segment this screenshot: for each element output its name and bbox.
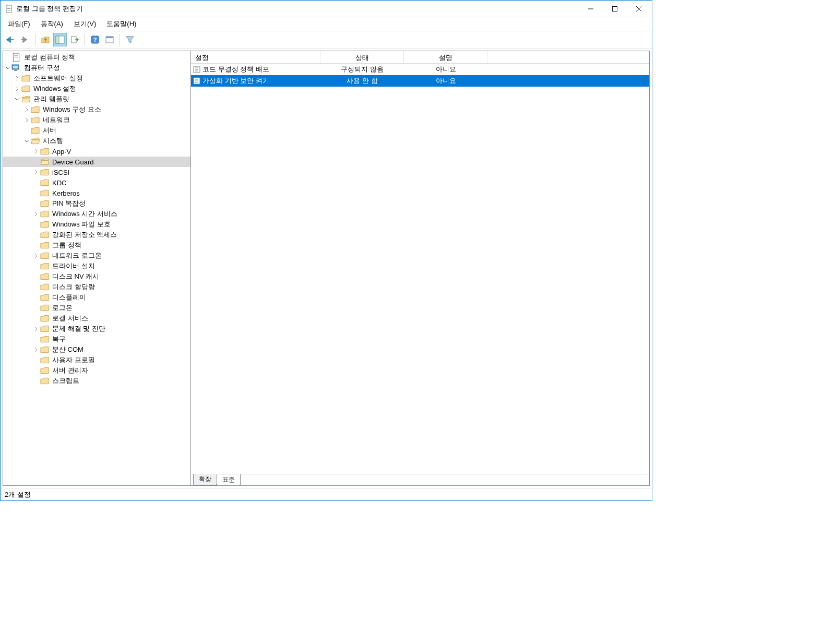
tree-label: iSCSI	[51, 168, 70, 177]
tree-item-device-guard[interactable]: Device Guard	[3, 157, 190, 167]
tree-label: 시스템	[42, 136, 64, 146]
tree-item-net-logon[interactable]: 네트워크 로그온	[3, 251, 190, 261]
tree-item-windows-settings[interactable]: Windows 설정	[3, 84, 190, 94]
expander-right-icon[interactable]	[14, 85, 21, 92]
tree-label: 스크립트	[51, 376, 80, 386]
expander-right-icon[interactable]	[32, 325, 40, 332]
expander-right-icon[interactable]	[23, 106, 30, 113]
tree-item-troubleshooting[interactable]: 문제 해결 및 진단	[3, 324, 190, 334]
column-state[interactable]: 상태	[320, 51, 404, 63]
tree-item-locale-services[interactable]: 로캘 서비스	[3, 313, 190, 324]
svg-rect-1	[7, 7, 10, 7]
tree-label: App-V	[51, 147, 72, 156]
tree-label: 복구	[51, 334, 67, 344]
svg-rect-5	[613, 6, 617, 11]
tree-item-recovery[interactable]: 복구	[3, 334, 190, 344]
filter-button[interactable]	[123, 33, 137, 46]
expander-right-icon[interactable]	[32, 210, 40, 218]
tree-item-windows-time[interactable]: Windows 시간 서비스	[3, 209, 190, 219]
expander-right-icon[interactable]	[32, 252, 40, 259]
svg-rect-3	[7, 10, 10, 10]
tree-item-scripts[interactable]: 스크립트	[3, 376, 190, 386]
folder-icon	[40, 335, 49, 343]
tree: 로컬 컴퓨터 정책 컴퓨터 구성 소프트웨어 설정 Windows 설정	[3, 51, 190, 387]
list-row[interactable]: 가상화 기반 보안 켜기 사용 안 함 아니요	[191, 75, 649, 87]
expander-right-icon[interactable]	[32, 169, 40, 176]
tree-item-dcom[interactable]: 분산 COM	[3, 344, 190, 355]
cell-setting: 가상화 기반 보안 켜기	[201, 76, 320, 86]
folder-icon	[40, 147, 49, 156]
folder-icon	[40, 345, 49, 354]
tree-item-admin-templates[interactable]: 관리 템플릿	[3, 94, 190, 104]
list-row[interactable]: 코드 무결성 정책 배포 구성되지 않음 아니요	[191, 64, 649, 75]
menu-file[interactable]: 파일(F)	[3, 17, 35, 31]
column-setting[interactable]: 설정	[191, 51, 320, 63]
menu-help[interactable]: 도움말(H)	[101, 17, 141, 31]
detail-tabs: 확장 표준	[191, 474, 649, 485]
folder-icon	[40, 325, 49, 333]
tree-label: 강화된 저장소 액세스	[51, 230, 118, 240]
minimize-button[interactable]	[579, 1, 603, 17]
tree-item-software-settings[interactable]: 소프트웨어 설정	[3, 73, 190, 84]
toolbar: ?	[1, 31, 652, 49]
tree-item-server[interactable]: 서버	[3, 125, 190, 136]
export-button[interactable]	[68, 33, 81, 46]
column-description[interactable]: 설명	[404, 51, 487, 63]
tree-label: 로캘 서비스	[51, 313, 89, 324]
back-button[interactable]	[4, 33, 17, 46]
expander-right-icon[interactable]	[23, 116, 30, 124]
tree-item-appv[interactable]: App-V	[3, 146, 190, 157]
expander-right-icon[interactable]	[14, 75, 21, 82]
tree-item-iscsi[interactable]: iSCSI	[3, 167, 190, 177]
tree-item-kdc[interactable]: KDC	[3, 177, 190, 188]
tree-label: Windows 설정	[32, 84, 77, 94]
tree-item-kerberos[interactable]: Kerberos	[3, 188, 190, 198]
tree-item-disk-quotas[interactable]: 디스크 할당량	[3, 282, 190, 292]
tree-item-pin-complexity[interactable]: PIN 복잡성	[3, 198, 190, 209]
tree-item-display[interactable]: 디스플레이	[3, 292, 190, 303]
tree-item-computer-config[interactable]: 컴퓨터 구성	[3, 63, 190, 73]
folder-icon	[30, 126, 40, 135]
tab-standard[interactable]: 표준	[217, 474, 241, 486]
tree-item-enhanced-storage[interactable]: 강화된 저장소 액세스	[3, 230, 190, 240]
tree-item-driver-install[interactable]: 드라이버 설치	[3, 261, 190, 271]
svg-rect-20	[14, 70, 17, 71]
tree-item-windows-components[interactable]: Windows 구성 요소	[3, 104, 190, 115]
tree-item-group-policy[interactable]: 그룹 정책	[3, 240, 190, 251]
properties-button[interactable]	[103, 33, 116, 46]
tree-pane[interactable]: 로컬 컴퓨터 정책 컴퓨터 구성 소프트웨어 설정 Windows 설정	[3, 51, 191, 485]
expander-right-icon[interactable]	[32, 346, 40, 353]
up-button[interactable]	[39, 33, 52, 46]
expander-down-icon[interactable]	[4, 64, 11, 71]
expander-down-icon[interactable]	[14, 96, 21, 103]
expander-down-icon[interactable]	[23, 137, 30, 145]
expander-icon[interactable]	[4, 54, 11, 61]
tree-item-disk-nv-cache[interactable]: 디스크 NV 캐시	[3, 271, 190, 282]
tree-label: 사용자 프로필	[51, 355, 96, 365]
tree-item-server-manager[interactable]: 서버 관리자	[3, 365, 190, 376]
show-hide-tree-button[interactable]	[53, 33, 67, 46]
close-button[interactable]	[627, 1, 651, 17]
folder-icon	[30, 105, 40, 114]
tree-item-logon[interactable]: 로그온	[3, 303, 190, 313]
tree-item-windows-file-protect[interactable]: Windows 파일 보호	[3, 219, 190, 230]
help-button[interactable]: ?	[88, 33, 102, 46]
tab-extended[interactable]: 확장	[193, 474, 217, 485]
maximize-button[interactable]	[603, 1, 627, 17]
titlebar: 로컬 그룹 정책 편집기	[1, 1, 652, 17]
tree-item-network[interactable]: 네트워크	[3, 115, 190, 125]
statusbar: 2개 설정	[1, 488, 652, 500]
menu-view[interactable]: 보기(V)	[68, 17, 101, 31]
folder-icon	[40, 356, 49, 364]
tree-item-system[interactable]: 시스템	[3, 136, 190, 146]
tree-item-root[interactable]: 로컬 컴퓨터 정책	[3, 52, 190, 63]
forward-button[interactable]	[18, 33, 32, 46]
cell-desc: 아니요	[404, 65, 487, 74]
menu-action[interactable]: 동작(A)	[35, 17, 68, 31]
folder-open-icon	[21, 95, 30, 103]
tree-label: 네트워크 로그온	[51, 251, 103, 261]
tree-label: KDC	[51, 178, 67, 187]
expander-right-icon[interactable]	[32, 148, 40, 155]
folder-icon	[40, 262, 49, 270]
tree-item-user-profiles[interactable]: 사용자 프로필	[3, 355, 190, 365]
